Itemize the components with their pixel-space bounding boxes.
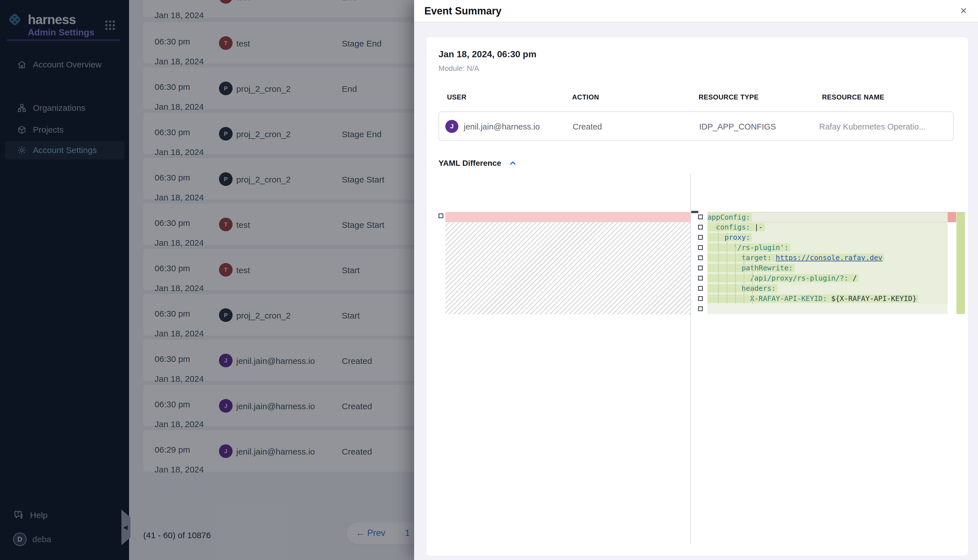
yaml-diff-viewer: appConfig: configs: |- proxy: '/rs-plugi… xyxy=(438,174,953,544)
drawer-header: Event Summary × xyxy=(414,0,978,22)
diff-line-marker[interactable] xyxy=(698,276,703,280)
diff-removed-line-marker[interactable] xyxy=(438,213,443,218)
diff-empty-hatch xyxy=(445,222,690,314)
diff-line-marker[interactable] xyxy=(698,215,703,219)
record-user: jenil.jain@harness.io xyxy=(464,122,540,132)
code-token: ${X-RAFAY-API-KEYID} xyxy=(827,295,916,303)
event-record-row: J jenil.jain@harness.io Created IDP_APP_… xyxy=(438,112,954,141)
code-token: proxy: xyxy=(707,233,750,242)
code-line-empty xyxy=(707,304,948,314)
code-token: appConfig: xyxy=(707,213,750,221)
diff-removed-line xyxy=(445,212,690,222)
code-line: '/rs-plugin': xyxy=(707,243,948,253)
col-header-resource-name: RESOURCE NAME xyxy=(822,93,884,101)
app-root: Jan 18, 2024 T test End 06:30 pm Jan 18,… xyxy=(0,0,978,560)
overview-ruler-removed xyxy=(948,212,956,222)
overview-ruler-added xyxy=(956,212,965,314)
code-link[interactable]: https://console.rafay.dev xyxy=(776,253,883,262)
drawer-title: Event Summary xyxy=(424,5,502,17)
col-header-resource-type: RESOURCE TYPE xyxy=(699,93,759,101)
diff-line-marker[interactable] xyxy=(698,245,703,250)
diff-line-marker[interactable] xyxy=(698,255,703,260)
record-user-avatar: J xyxy=(445,120,458,133)
code-token: target: xyxy=(707,253,772,262)
record-column-headers: USER ACTION RESOURCE TYPE RESOURCE NAME xyxy=(426,93,969,102)
diff-line-marker[interactable] xyxy=(698,296,703,301)
event-datetime: Jan 18, 2024, 06:30 pm xyxy=(438,49,537,60)
col-header-action: ACTION xyxy=(572,93,599,101)
diff-line-marker[interactable] xyxy=(698,235,703,240)
record-resource-type: IDP_APP_CONFIGS xyxy=(699,122,776,132)
code-line: appConfig: xyxy=(707,212,948,222)
code-token: X-RAFAY-API-KEYID: xyxy=(707,295,827,303)
code-token: pathRewrite: xyxy=(707,264,793,272)
diff-line-marker[interactable] xyxy=(698,286,703,291)
close-icon[interactable]: × xyxy=(956,3,971,18)
code-token: headers: xyxy=(707,284,776,292)
diff-code-lines: appConfig: configs: |- proxy: '/rs-plugi… xyxy=(707,212,948,314)
indent-guide xyxy=(744,253,744,304)
code-token xyxy=(772,253,776,262)
code-token: /api/proxy/rs-plugin/?: xyxy=(707,274,848,282)
record-action: Created xyxy=(573,122,602,132)
col-header-user: USER xyxy=(447,93,466,101)
event-module: Module: N/A xyxy=(438,64,479,73)
code-token: '/rs-plugin': xyxy=(707,243,789,252)
indent-guide xyxy=(735,243,736,304)
yaml-difference-toggle[interactable]: YAML Difference xyxy=(438,158,517,169)
modal-backdrop[interactable] xyxy=(0,0,414,560)
indent-guide xyxy=(752,263,753,304)
code-token: |- xyxy=(750,223,763,231)
event-summary-drawer: Event Summary × Jan 18, 2024, 06:30 pm M… xyxy=(414,0,978,560)
yaml-difference-label: YAML Difference xyxy=(438,159,501,168)
diff-scrollbar-thumb[interactable] xyxy=(691,211,698,213)
diff-pane-divider xyxy=(690,174,691,544)
code-token: configs: xyxy=(707,223,750,231)
code-line: configs: |- xyxy=(707,222,948,232)
diff-right-gutter xyxy=(698,212,705,314)
code-token: / xyxy=(848,274,857,282)
diff-line-marker[interactable] xyxy=(698,265,703,270)
diff-line-marker[interactable] xyxy=(698,225,703,230)
code-line: proxy: xyxy=(707,232,948,243)
event-summary-card: Jan 18, 2024, 06:30 pm Module: N/A USER … xyxy=(426,37,968,556)
indent-guide xyxy=(718,222,719,304)
record-resource-name: Rafay Kubernetes Operatio... xyxy=(819,122,926,132)
indent-guide xyxy=(727,232,727,304)
diff-line-marker[interactable] xyxy=(698,307,703,311)
chevron-up-icon xyxy=(508,159,517,167)
